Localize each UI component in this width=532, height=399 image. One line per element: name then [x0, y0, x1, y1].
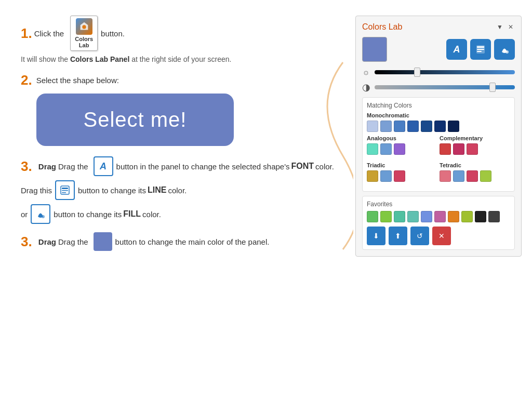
fav-swatch-2 [380, 211, 392, 222]
select-me-button[interactable]: Select me! [36, 94, 234, 146]
fav-swatch-5 [421, 211, 432, 222]
fav-swatch-3 [394, 211, 405, 222]
svg-rect-9 [477, 51, 482, 52]
brightness-track [375, 70, 515, 74]
step3b-text-end: color. [168, 186, 187, 195]
line-tool-button[interactable] [55, 180, 75, 200]
step3c-text-end: color. [142, 210, 161, 219]
tet-swatch-3 [467, 170, 478, 182]
triadic-label: Triadic [367, 162, 437, 168]
comp-swatch-2 [453, 143, 464, 155]
step3b-text-after: button to change its [78, 186, 146, 195]
main-color-preview-row: A [362, 37, 515, 62]
triadic-group: Triadic [367, 162, 437, 185]
step3c-text-or: or [21, 210, 28, 219]
panel-minimize-btn[interactable]: ▼ [495, 23, 504, 31]
analog-swatch-2 [380, 143, 392, 155]
saturation-thumb[interactable] [489, 83, 496, 92]
svg-rect-3 [62, 190, 68, 191]
fav-action-buttons: ⬇ ⬆ ↺ ✕ [367, 227, 510, 245]
panel-header: Colors Lab ▼ ✕ [362, 22, 515, 32]
color-groups-grid: Analogous Complementary [367, 135, 510, 187]
saturation-slider-container [375, 82, 515, 92]
font-tool-button[interactable]: A [94, 156, 113, 176]
monochromatic-group: Monochromatic [367, 112, 510, 132]
fav-upload-btn[interactable]: ⬆ [389, 227, 407, 245]
panel-close-btn[interactable]: ✕ [507, 23, 515, 31]
fav-swatch-4 [407, 211, 419, 222]
fav-swatch-8 [461, 211, 473, 222]
tet-swatch-1 [440, 170, 451, 182]
step3b-text-before: Drag this [21, 186, 52, 195]
step3a-text-after: button in the panel to change the select… [116, 162, 290, 171]
fav-swatch-1 [367, 211, 378, 222]
favorites-title: Favorites [367, 201, 510, 208]
fav-close-btn[interactable]: ✕ [432, 227, 451, 245]
fav-swatch-7 [448, 211, 459, 222]
triadic-swatches [367, 170, 437, 182]
step1-desc-text: It will show the [21, 55, 70, 63]
analog-swatch-3 [394, 143, 405, 155]
mono-swatch-3 [394, 121, 405, 132]
fav-swatch-6 [434, 211, 446, 222]
brightness-icon: ☼ [362, 68, 371, 77]
step3a-line: 3. Drag Drag the A button in the panel t… [21, 156, 335, 176]
analogous-swatches [367, 143, 437, 155]
step1-number: 1. [21, 25, 32, 42]
matching-colors-section: Matching Colors Monochromatic An [362, 97, 515, 192]
svg-rect-2 [62, 188, 68, 189]
step3a-text-before: Drag the [58, 162, 88, 171]
step3c-fill-label: FILL [123, 209, 141, 219]
fav-reset-btn[interactable]: ↺ [410, 227, 429, 245]
svg-rect-7 [477, 46, 484, 48]
panel-font-btn[interactable]: A [446, 39, 467, 60]
step3a-text-end: color. [315, 162, 334, 171]
sliders-section: ☼ ◑ [362, 67, 515, 93]
step1-description: It will show the Colors Lab Panel at the… [21, 54, 335, 65]
step3b-line: Drag this button to change its LINE colo… [21, 180, 335, 200]
step3b-line-label: LINE [148, 185, 166, 195]
fav-download-btn[interactable]: ⬇ [367, 227, 385, 245]
svg-rect-4 [62, 192, 66, 193]
step1-text-after: button. [101, 29, 125, 38]
step3d-line: 3. Drag Drag the button to change the ma… [21, 232, 335, 251]
panel-title: Colors Lab [362, 22, 402, 32]
tet-swatch-4 [480, 170, 491, 182]
brightness-thumb[interactable] [414, 68, 420, 77]
complementary-group: Complementary [440, 135, 510, 158]
svg-rect-8 [477, 49, 484, 50]
step3a-drag-label: Drag [36, 162, 56, 171]
complementary-label: Complementary [440, 135, 510, 141]
svg-point-5 [42, 215, 45, 218]
favorites-section: Favorites ⬇ ⬆ ↺ ✕ [362, 196, 515, 250]
svg-point-0 [82, 25, 86, 29]
main-color-swatch-inline [94, 232, 112, 251]
colors-lab-icon [76, 18, 92, 35]
saturation-slider-row: ◑ [362, 82, 515, 93]
monochromatic-swatches [367, 121, 510, 132]
tetradic-label: Tetradic [440, 162, 510, 168]
icon-buttons-row: A [446, 39, 515, 60]
step3d-text-before: Drag the [58, 237, 88, 246]
mono-swatch-4 [407, 121, 419, 132]
step1-desc-bold: Colors Lab Panel [70, 55, 129, 63]
mono-swatch-1 [367, 121, 378, 132]
colors-lab-label-line1: Colors [75, 36, 93, 42]
step1-line: 1. Click the Colors Lab button. [21, 16, 335, 51]
panel-controls: ▼ ✕ [495, 23, 515, 31]
colors-lab-button[interactable]: Colors Lab [70, 16, 98, 51]
saturation-icon: ◑ [362, 82, 371, 93]
mono-swatch-6 [434, 121, 446, 132]
panel-line-btn[interactable] [470, 39, 491, 60]
analogous-label: Analogous [367, 135, 437, 141]
triadic-swatch-2 [380, 170, 392, 182]
panel-fill-btn[interactable] [494, 39, 515, 60]
step1-desc-end: at the right side of your screen. [129, 55, 231, 63]
triadic-swatch-1 [367, 170, 378, 182]
fill-tool-button[interactable] [31, 204, 50, 224]
main-color-swatch[interactable] [362, 37, 387, 62]
step3d-drag-label: Drag [36, 237, 56, 246]
comp-swatch-1 [440, 143, 451, 155]
colors-lab-panel: Colors Lab ▼ ✕ A [355, 16, 522, 257]
complementary-swatches [440, 143, 510, 155]
